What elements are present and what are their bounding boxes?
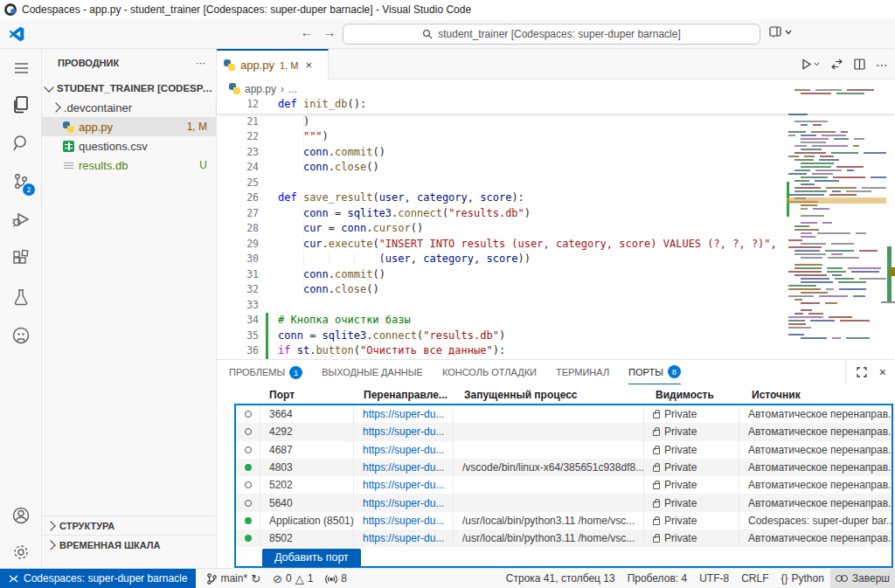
panel-tab-порты[interactable]: ПОРТЫ8: [628, 360, 681, 384]
file-item-results-db[interactable]: results.dbU: [42, 156, 216, 175]
chevron-down-icon: [785, 30, 792, 35]
open-changes-icon[interactable]: [830, 59, 843, 70]
search-view-icon[interactable]: [0, 128, 42, 159]
run-debug-icon[interactable]: [0, 204, 42, 236]
running-process: [454, 405, 644, 423]
port-row-5640[interactable]: 5640https://super-du...PrivateАвтоматиче…: [236, 494, 892, 511]
panel-tabs: ПРОБЛЕМЫ1ВЫХОДНЫЕ ДАННЫЕКОНСОЛЬ ОТЛАДКИТ…: [229, 360, 681, 384]
port-row-4803[interactable]: 4803https://super-du.../vscode/bin/linux…: [236, 459, 892, 476]
lock-icon: [653, 430, 660, 436]
outline-section[interactable]: СТРУКТУРА: [42, 515, 216, 535]
sticky-scroll-line[interactable]: 12def init_db():: [217, 98, 895, 114]
forwarded-address-link[interactable]: https://super-du...: [363, 479, 444, 491]
line-number: 27: [217, 207, 259, 219]
line-number: 26: [217, 191, 259, 204]
github-icon[interactable]: [0, 320, 42, 351]
problems-item[interactable]: ⊘ 0 △ 1: [267, 572, 319, 585]
file-item--devcontainer[interactable]: .devcontainer: [42, 98, 216, 117]
forwarded-address-link[interactable]: https://super-du...: [363, 515, 444, 527]
tab-label: app.py: [240, 59, 274, 72]
minimap[interactable]: [787, 87, 886, 349]
panel-tab-выходные-данные[interactable]: ВЫХОДНЫЕ ДАННЫЕ: [322, 360, 423, 384]
ruler-divider: [881, 301, 895, 303]
chevron-right-icon: [45, 521, 55, 530]
forwarded-address-link[interactable]: https://super-du...: [363, 408, 444, 420]
add-port-button[interactable]: Добавить порт: [262, 549, 361, 567]
source-control-icon[interactable]: 2: [0, 166, 42, 197]
customize-layout-button[interactable]: [769, 26, 792, 38]
port-row-Application-8501-[interactable]: Application (8501)https://super-du.../us…: [236, 512, 892, 529]
overview-ruler[interactable]: [886, 49, 895, 359]
file-item-app-py[interactable]: app.py1, M: [42, 117, 216, 136]
ports-table-header: Порт Перенаправле... Запущенный процесс …: [234, 386, 893, 404]
panel-tab-терминал[interactable]: ТЕРМИНАЛ: [556, 360, 609, 384]
breadcrumb-symbol[interactable]: ...: [288, 83, 297, 95]
lock-icon: [653, 536, 660, 543]
forwarded-address-link[interactable]: https://super-du...: [363, 532, 444, 544]
branch-item[interactable]: main* ↻: [201, 572, 267, 585]
testing-beaker-icon[interactable]: [0, 281, 42, 313]
port-idle-icon: [245, 411, 252, 418]
remote-indicator[interactable]: Codespaces: super-duper barnacle: [0, 569, 196, 588]
port-row-3664[interactable]: 3664https://super-du...PrivateАвтоматиче…: [236, 405, 892, 423]
layout-icon: [769, 26, 782, 38]
port-row-5202[interactable]: 5202https://super-du...PrivateАвтоматиче…: [236, 476, 892, 494]
extensions-icon[interactable]: [0, 243, 42, 274]
forwarded-address-link[interactable]: https://super-du...: [363, 425, 444, 438]
nav-back-icon[interactable]: ←: [297, 24, 316, 39]
encoding-item[interactable]: UTF-8: [693, 572, 735, 585]
codespaces-status-item[interactable]: Заверш: [830, 569, 895, 588]
explorer-icon[interactable]: [0, 89, 42, 121]
forwarded-address-link[interactable]: https://super-du...: [363, 497, 444, 509]
port-source: Автоматическое перенаправ...: [739, 476, 892, 494]
sidebar-actions-icon[interactable]: ⋯: [196, 58, 205, 69]
sync-icon[interactable]: ↻: [251, 572, 260, 585]
panel-tab-проблемы[interactable]: ПРОБЛЕМЫ1: [229, 360, 302, 384]
chevron-down-icon: [814, 62, 820, 66]
warnings-icon: △: [295, 572, 304, 585]
line-number: 28: [217, 222, 259, 234]
visibility-value: Private: [664, 425, 697, 438]
line-number: 22: [217, 130, 259, 142]
search-command-center[interactable]: student_trainer [Codespaces: super-duper…: [343, 24, 760, 45]
indentation-item[interactable]: Пробелов: 4: [621, 572, 694, 585]
settings-gear-icon[interactable]: [0, 536, 42, 568]
file-item-questions-csv[interactable]: questions.csv: [42, 136, 216, 156]
language-item[interactable]: {} Python: [774, 572, 829, 585]
line-number: 21: [217, 115, 259, 128]
panel-tab-консоль-отладки[interactable]: КОНСОЛЬ ОТЛАДКИ: [442, 360, 537, 384]
nav-forward-icon[interactable]: →: [320, 24, 339, 39]
port-row-8502[interactable]: 8502https://super-du.../usr/local/bin/py…: [236, 529, 892, 547]
forwarded-ports-item[interactable]: 8: [319, 572, 353, 585]
forwarded-address-link[interactable]: https://super-du...: [363, 444, 444, 456]
line-number: 25: [217, 176, 259, 189]
menu-icon[interactable]: [0, 52, 42, 84]
eol-item[interactable]: CRLF: [735, 572, 774, 585]
port-source: Автоматическое перенаправ...: [739, 423, 892, 440]
account-icon[interactable]: [0, 500, 42, 531]
port-row-4687[interactable]: 4687https://super-du...PrivateАвтоматиче…: [236, 441, 892, 459]
tab-app-py[interactable]: app.py 1, M ×: [217, 49, 329, 80]
python-file-icon: [63, 121, 74, 133]
maximize-panel-icon[interactable]: [857, 367, 867, 377]
outline-section-label: СТРУКТУРА: [59, 521, 114, 531]
lock-icon: [653, 448, 660, 454]
tree-root[interactable]: STUDENT_TRAINER [CODESPACES: SU...: [42, 79, 216, 98]
cursor-position-item[interactable]: Строка 41, столбец 13: [500, 572, 621, 585]
run-button[interactable]: [801, 59, 820, 70]
breadcrumb-file[interactable]: app.py: [245, 83, 276, 95]
split-editor-icon[interactable]: [854, 59, 865, 70]
timeline-section[interactable]: ВРЕМЕННАЯ ШКАЛА: [42, 535, 216, 554]
tab-close-icon[interactable]: ×: [305, 59, 312, 72]
running-process: /usr/local/bin/python3.11 /home/vsc...: [454, 529, 644, 547]
forwarded-address-link[interactable]: https://super-du...: [363, 461, 444, 474]
braces-icon: {}: [781, 572, 787, 585]
col-forward: Перенаправле...: [355, 389, 455, 401]
chevron-down-icon: [44, 82, 53, 92]
codespaces-status-label: Заверш: [852, 572, 890, 585]
close-panel-icon[interactable]: ×: [879, 365, 886, 379]
remote-icon: [9, 574, 18, 584]
port-row-4292[interactable]: 4292https://super-du...PrivateАвтоматиче…: [236, 423, 892, 440]
breadcrumb-separator: ›: [281, 83, 284, 95]
tab-bar: app.py 1, M × ⋯: [217, 49, 895, 80]
